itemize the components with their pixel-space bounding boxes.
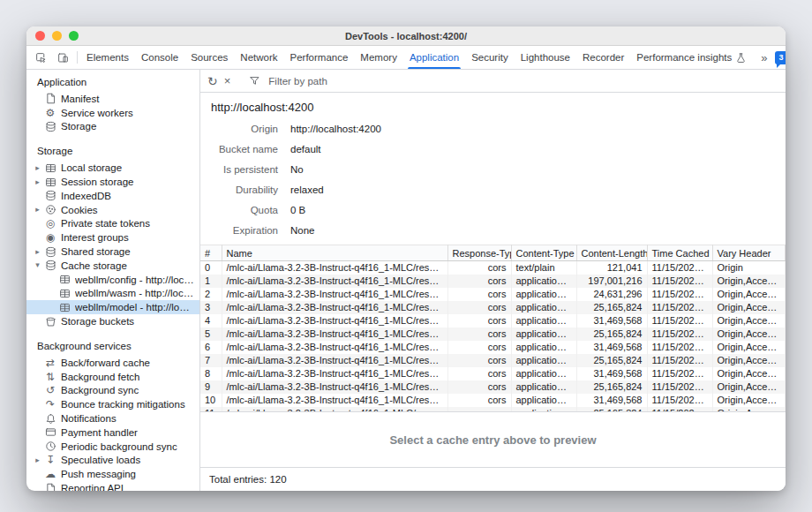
sidebar-item-cookies[interactable]: ▸ Cookies xyxy=(26,203,199,217)
expand-arrow-icon[interactable]: ▸ xyxy=(32,206,43,214)
cell-time-cached: 11/15/2024, 10… xyxy=(647,288,712,301)
cell-name: /mlc-ai/Llama-3.2-3B-Instruct-q4f16_1-ML… xyxy=(222,367,447,380)
column-header-vary-header[interactable]: Vary Header xyxy=(712,245,786,261)
tab-elements[interactable]: Elements xyxy=(80,46,135,69)
cache-entry-row[interactable]: 7 /mlc-ai/Llama-3.2-3B-Instruct-q4f16_1-… xyxy=(200,354,786,367)
zoom-button[interactable] xyxy=(69,31,79,41)
sidebar-item-webllm-model[interactable]: webllm/model - http://loc… xyxy=(26,300,199,314)
sidebar-item-webllm-wasm[interactable]: webllm/wasm - http://loca… xyxy=(26,287,199,301)
sidebar-item-background-fetch[interactable]: ⇅ Background fetch xyxy=(26,370,199,384)
close-button[interactable] xyxy=(35,31,45,41)
sidebar-item-push-messaging[interactable]: ☁ Push messaging xyxy=(26,467,199,481)
sidebar-item-storage-buckets[interactable]: Storage buckets xyxy=(26,314,199,328)
cache-entry-row[interactable]: 8 /mlc-ai/Llama-3.2-3B-Instruct-q4f16_1-… xyxy=(200,367,786,380)
cell-content-type: application/oc… xyxy=(511,288,576,301)
column-header-time-cached[interactable]: Time Cached xyxy=(647,245,712,261)
cell-time-cached: 11/15/2024, 10… xyxy=(647,275,712,288)
tab-network[interactable]: Network xyxy=(234,46,283,69)
cache-entry-row[interactable]: 2 /mlc-ai/Llama-3.2-3B-Instruct-q4f16_1-… xyxy=(200,288,786,301)
cell-vary-header: Origin,Access… xyxy=(712,394,786,407)
delete-selected-icon[interactable]: × xyxy=(224,75,231,87)
tab-console[interactable]: Console xyxy=(135,46,184,69)
meta-value: None xyxy=(278,225,315,236)
cell-content-type: application/oc… xyxy=(511,354,576,367)
sidebar-item-manifest[interactable]: Manifest xyxy=(26,92,199,106)
column-header-content-length[interactable]: Content-Length xyxy=(576,245,647,261)
sidebar-item-background-sync[interactable]: ↺ Background sync xyxy=(26,384,199,398)
expand-arrow-icon[interactable]: ▸ xyxy=(32,164,43,172)
sidebar-item-bounce-tracking-mitigations[interactable]: ↷ Bounce tracking mitigations xyxy=(26,397,199,411)
cache-entry-row[interactable]: 10 /mlc-ai/Llama-3.2-3B-Instruct-q4f16_1… xyxy=(200,394,786,407)
sidebar-item-payment-handler[interactable]: Payment handler xyxy=(26,425,199,440)
cell-index: 4 xyxy=(200,314,222,328)
sidebar-item-private-state-tokens[interactable]: ◎ Private state tokens xyxy=(26,217,199,231)
sidebar-item-storage[interactable]: Storage xyxy=(26,120,199,134)
cell-content-type: application/oc… xyxy=(511,394,576,407)
section-background-services: Background services ⇄ Back/forward cache… xyxy=(26,335,199,491)
cell-vary-header: Origin,Access… xyxy=(712,341,786,354)
sidebar-item-local-storage[interactable]: ▸ Local storage xyxy=(26,161,199,175)
cache-entry-row[interactable]: 9 /mlc-ai/Llama-3.2-3B-Instruct-q4f16_1-… xyxy=(200,380,786,394)
cache-entry-row[interactable]: 3 /mlc-ai/Llama-3.2-3B-Instruct-q4f16_1-… xyxy=(200,301,786,314)
sidebar-item-shared-storage[interactable]: ▸ Shared storage xyxy=(26,245,199,259)
column-header-content-type[interactable]: Content-Type xyxy=(511,245,576,261)
meta-row-durability: Durability relaxed xyxy=(200,179,786,200)
console-messages-badge[interactable]: 3 xyxy=(775,51,786,64)
sidebar-item-cache-storage[interactable]: ▾ Cache storage xyxy=(26,259,199,273)
column-header-response-type[interactable]: Response-Type xyxy=(447,245,511,261)
expand-arrow-icon[interactable]: ▸ xyxy=(32,456,43,464)
sidebar-item-reporting-api[interactable]: Reporting API xyxy=(26,481,199,491)
table-icon xyxy=(57,288,71,299)
item-label: Periodic background sync xyxy=(61,441,199,452)
tab-memory[interactable]: Memory xyxy=(354,46,403,69)
tab-lighthouse[interactable]: Lighthouse xyxy=(515,46,576,69)
column-header-name[interactable]: Name xyxy=(222,245,447,261)
sidebar-item-indexeddb[interactable]: IndexedDB xyxy=(26,189,199,203)
cache-origin-title: http://localhost:4200 xyxy=(200,93,786,114)
cache-entry-row[interactable]: 5 /mlc-ai/Llama-3.2-3B-Instruct-q4f16_1-… xyxy=(200,328,786,341)
sidebar-item-back-forward-cache[interactable]: ⇄ Back/forward cache xyxy=(26,356,199,370)
device-toolbar-icon[interactable] xyxy=(52,46,74,69)
minimize-button[interactable] xyxy=(52,31,62,41)
tab-performance-insights[interactable]: Performance insights xyxy=(630,46,753,69)
cell-time-cached: 11/15/2024, 10… xyxy=(647,261,712,275)
cell-vary-header: Origin,Access… xyxy=(712,301,786,314)
cell-vary-header: Origin,Access… xyxy=(712,367,786,380)
tab-application[interactable]: Application xyxy=(403,46,465,69)
cache-entry-row[interactable]: 0 /mlc-ai/Llama-3.2-3B-Instruct-q4f16_1-… xyxy=(200,261,786,275)
sidebar-item-service-workers[interactable]: ⚙ Service workers xyxy=(26,106,199,120)
cell-index: 7 xyxy=(200,354,222,367)
database-icon xyxy=(43,246,57,258)
token-icon: ◎ xyxy=(43,218,57,229)
refresh-icon[interactable]: ↻ xyxy=(207,75,218,87)
expand-arrow-icon[interactable]: ▸ xyxy=(32,178,43,186)
cache-metadata: Origin http://localhost:4200 Bucket name… xyxy=(200,114,786,245)
cell-response-type: cors xyxy=(447,367,511,380)
sidebar-item-session-storage[interactable]: ▸ Session storage xyxy=(26,175,199,189)
more-tabs-icon[interactable]: » xyxy=(761,52,767,64)
sidebar-item-webllm-config[interactable]: webllm/config - http://loc… xyxy=(26,273,199,287)
tab-sources[interactable]: Sources xyxy=(184,46,234,69)
item-label: Cookies xyxy=(61,205,199,215)
up-down-arrows-icon: ⇅ xyxy=(43,372,57,382)
cache-entry-row[interactable]: 4 /mlc-ai/Llama-3.2-3B-Instruct-q4f16_1-… xyxy=(200,314,786,328)
expand-arrow-icon[interactable]: ▸ xyxy=(32,248,43,256)
section-title-background-services: Background services xyxy=(26,335,199,356)
tab-security[interactable]: Security xyxy=(465,46,515,69)
sidebar-item-periodic-background-sync[interactable]: Periodic background sync xyxy=(26,440,199,454)
cache-entry-row[interactable]: 1 /mlc-ai/Llama-3.2-3B-Instruct-q4f16_1-… xyxy=(200,275,786,288)
filter-input[interactable] xyxy=(267,75,461,87)
tab-recorder[interactable]: Recorder xyxy=(576,46,630,69)
sidebar-item-speculative-loads[interactable]: ▸ ↧ Speculative loads xyxy=(26,454,199,468)
sidebar-item-interest-groups[interactable]: ◉ Interest groups xyxy=(26,230,199,245)
collapse-arrow-icon[interactable]: ▾ xyxy=(32,261,43,269)
meta-row-is-persistent: Is persistent No xyxy=(200,159,786,179)
sync-icon: ↺ xyxy=(43,385,57,395)
tab-performance[interactable]: Performance xyxy=(284,46,355,69)
cell-time-cached: 11/15/2024, 10… xyxy=(647,380,712,394)
cell-time-cached: 11/15/2024, 10… xyxy=(647,341,712,354)
sidebar-item-notifications[interactable]: Notifications xyxy=(26,411,199,425)
cache-entry-row[interactable]: 6 /mlc-ai/Llama-3.2-3B-Instruct-q4f16_1-… xyxy=(200,341,786,354)
inspect-icon[interactable] xyxy=(30,46,52,69)
column-header-index[interactable]: # xyxy=(200,245,222,261)
